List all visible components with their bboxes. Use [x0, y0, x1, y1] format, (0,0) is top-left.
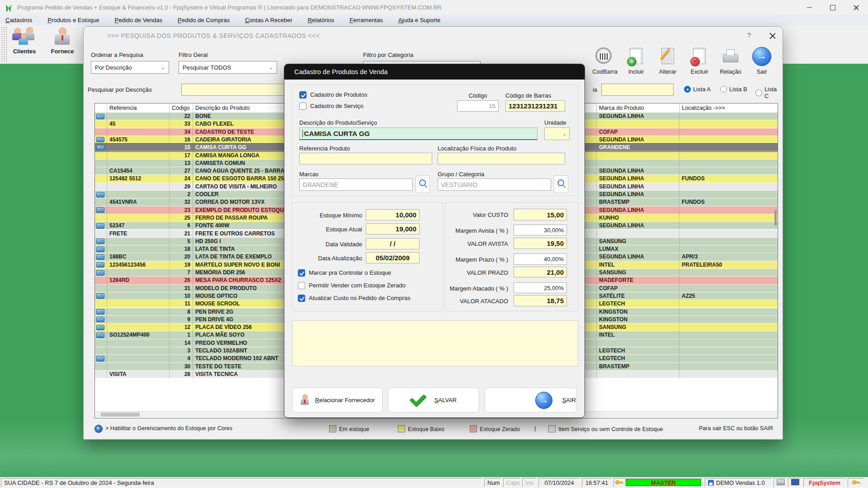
maximize-button[interactable] [821, 0, 844, 15]
codbarra-button[interactable]: CodBarra [590, 47, 619, 75]
cadastro-produtos-checkbox[interactable]: Cadastro de Produtos [299, 90, 367, 99]
cod-cell: 4 [170, 355, 193, 362]
loc-cell [679, 355, 778, 362]
relacionar-fornecedor-button[interactable]: Relacionar Fornecedor [292, 388, 382, 413]
ordenar-select[interactable]: Por Descrição ⌄ [91, 61, 169, 74]
status-version: DEMO Vendas 1.0 [705, 478, 772, 487]
lista-b-radio[interactable]: Lista B [720, 86, 747, 93]
menu-pedido-vendas[interactable]: Pedido de Vendas [114, 17, 162, 23]
atualizar-custo-checkbox[interactable]: Atualizar Custo no Pedido de Compras [298, 294, 410, 302]
localizacao-fisica-field[interactable] [438, 153, 565, 164]
loc-cell [679, 167, 778, 175]
filtro-geral-value: Pesquisar TODOS [183, 64, 231, 71]
data-validade-field[interactable]: / / [366, 238, 420, 249]
unidade-select[interactable]: ⌄ [544, 127, 570, 140]
menu-relatorios[interactable]: Relatórios [308, 17, 335, 23]
menu-cadastros[interactable]: Cadastros [5, 17, 32, 23]
menu-produtos-estoque[interactable]: Produtos e Estoque [47, 17, 99, 23]
photo-cell [95, 128, 107, 136]
page-delete-icon: ✕ [689, 47, 709, 67]
marca-cell [597, 371, 679, 378]
help-icon[interactable]: ? [744, 31, 755, 39]
status-network[interactable] [788, 478, 802, 487]
margem-avista-field[interactable]: 30,00% [514, 225, 567, 235]
marca-cell: SEGUNDA LINHA [597, 183, 679, 191]
menu-pedido-compras[interactable]: Pedido de Compras [178, 17, 230, 23]
salvar-button[interactable]: SALVAR [388, 388, 479, 413]
marca-cell: MADEFORTE [597, 277, 679, 284]
referencia-produto-field[interactable] [299, 153, 432, 164]
camera-icon [96, 207, 104, 213]
camera-icon [96, 262, 104, 267]
valor-prazo-field[interactable]: 21,00 [514, 267, 567, 277]
estoque-atual-field[interactable]: 19,000 [366, 223, 420, 235]
observacoes-area[interactable] [292, 320, 578, 366]
sair-toolbar-button[interactable]: → Sair [747, 47, 776, 75]
valor-avista-field[interactable]: 19,50 [514, 238, 567, 249]
marca-header[interactable]: Marca do Produto [597, 103, 679, 113]
photo-cell [95, 120, 107, 128]
search-category-input[interactable] [601, 84, 674, 96]
loc-cell [679, 300, 778, 308]
toolbar-fornecedores-button[interactable]: Fornece [44, 27, 80, 55]
referencia-header[interactable]: Referencia [107, 103, 170, 113]
photo-cell [95, 152, 107, 160]
estoque-minimo-field[interactable]: 10,000 [366, 209, 420, 221]
lista-c-radio[interactable]: Lista C [755, 86, 783, 99]
status-printer[interactable] [774, 478, 786, 487]
minimize-button[interactable] [797, 0, 821, 15]
cod-cell: 33 [170, 120, 193, 128]
alterar-button[interactable]: Alterar [653, 47, 682, 75]
cod-cell: 25 [170, 214, 193, 222]
codigo-header[interactable]: Código [170, 103, 193, 113]
product-dialog: Cadastro de Produtos de Venda Cadastro d… [284, 64, 585, 418]
vertical-scrollbar[interactable] [774, 210, 777, 225]
codigo-barras-field[interactable]: 1231231231231 [505, 100, 565, 112]
descricao-field[interactable]: CAMISA CURTA GG [299, 127, 538, 140]
ref-cell: FRETE [107, 230, 170, 238]
photo-cell [95, 238, 107, 245]
valor-atacado-field[interactable]: 18,75 [514, 295, 567, 306]
menu-contas-receber[interactable]: Contas A Receber [245, 17, 292, 23]
status-caps: Caps [503, 478, 520, 487]
menu-ferramentas[interactable]: Ferramentas [349, 17, 383, 23]
lista-a-radio[interactable]: Lista A [684, 86, 711, 93]
grupo-search-button[interactable] [554, 175, 568, 193]
incluir-button[interactable]: + Incluir [622, 47, 651, 75]
margem-atacado-field[interactable]: 25,00% [514, 282, 567, 293]
sair-dialog-button[interactable]: → SAIR [485, 388, 576, 413]
marca-cell: SATÉLITE [597, 292, 679, 300]
data-atualizacao-field[interactable]: 05/02/2009 [366, 252, 420, 263]
close-button[interactable] [844, 0, 868, 15]
photo-column-header[interactable] [95, 103, 107, 113]
ref-cell [107, 355, 170, 362]
marcas-search-button[interactable] [415, 175, 430, 193]
localizacao-header[interactable]: Localização ->>> [679, 103, 778, 113]
menu-ajuda[interactable]: Ajuda e Suporte [398, 17, 440, 23]
marca-cell: SANSUNG [597, 238, 679, 245]
stock-colors-toggle-icon[interactable] [94, 425, 103, 433]
margem-prazo-field[interactable]: 40,00% [514, 253, 567, 265]
vender-estoque-zerado-checkbox[interactable]: Permitir Vender com Estoque Zerado [298, 281, 406, 289]
loc-cell: PRATELEIRA50 [679, 261, 778, 269]
valor-custo-field[interactable]: 15,00 [514, 209, 567, 221]
ref-cell [107, 316, 170, 324]
marcas-field[interactable]: GRANDENE [299, 178, 413, 191]
codigo-field[interactable]: 15 [457, 100, 499, 112]
filtro-geral-select[interactable]: Pesquisar TODOS ⌄ [179, 61, 277, 74]
excluir-button[interactable]: ✕ Excluir [685, 47, 714, 75]
window-close-icon[interactable] [769, 32, 776, 39]
toolbar-clientes-button[interactable]: Clientes [6, 27, 42, 55]
chevron-down-icon: ⌄ [269, 65, 273, 70]
grupo-categoria-field[interactable]: VESTUARIO [438, 178, 551, 191]
valor-avista-label: VALOR AVISTA [454, 240, 508, 247]
cadastro-servico-checkbox[interactable]: Cadastro de Serviço [299, 102, 363, 110]
relacao-button[interactable]: Relação [716, 47, 745, 75]
controlar-estoque-checkbox[interactable]: Marcar pra Controlar o Estoque [298, 268, 391, 277]
cod-cell: 12 [170, 324, 193, 331]
ordenar-label: Ordenar a Pesquisa [91, 52, 143, 58]
status-user-panel: MASTER [613, 478, 703, 487]
loc-cell [679, 191, 778, 198]
toolbar-fornecedores-label: Fornece [44, 48, 80, 55]
scrollbar-thumb[interactable] [101, 413, 140, 417]
